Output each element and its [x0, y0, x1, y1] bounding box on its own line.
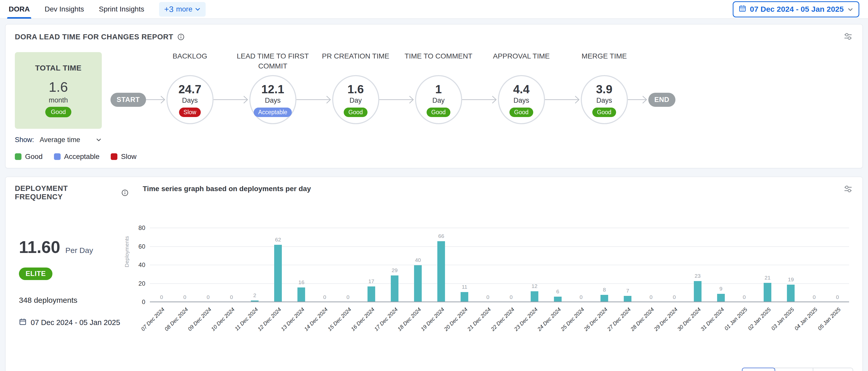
- bar-value-label: 29: [392, 267, 397, 273]
- x-axis-label: 24 Dec 2024: [536, 306, 562, 332]
- bar-value-label: 9: [719, 286, 722, 292]
- tab-sprint-insights[interactable]: Sprint Insights: [99, 0, 144, 19]
- bar-value-label: 11: [462, 284, 467, 290]
- section-title: DEPLOYMENT FREQUENCY: [15, 184, 117, 201]
- bar-column: 931 Dec 2024: [709, 228, 733, 302]
- more-count: +3: [164, 5, 174, 14]
- x-axis-label: 17 Dec 2024: [373, 306, 399, 332]
- filter-sliders-icon[interactable]: [843, 184, 853, 195]
- x-axis-label: 09 Dec 2024: [187, 306, 213, 332]
- bar-column: 1903 Jan 2025: [779, 228, 803, 302]
- calendar-icon: [739, 5, 746, 14]
- legend-label: Good: [25, 153, 43, 161]
- flow-node-backlog: BACKLOG 24.7 Days Slow: [166, 75, 214, 124]
- bar-value-label: 0: [813, 294, 816, 300]
- flow-node-value: 4.4: [513, 82, 530, 96]
- bar-value-label: 0: [836, 294, 839, 300]
- bar-column: 022 Dec 2024: [499, 228, 523, 302]
- bar-value-label: 40: [415, 257, 421, 263]
- bar: [368, 286, 375, 302]
- tab-dora[interactable]: DORA: [9, 0, 30, 19]
- y-tick-label: 20: [138, 280, 145, 287]
- x-axis-label: 14 Dec 2024: [303, 306, 329, 332]
- x-axis-label: 01 Jan 2025: [723, 306, 749, 332]
- status-badge: Good: [592, 108, 616, 117]
- flow-node-circle: 4.4 Days Good: [498, 75, 545, 124]
- flow-node-label: TIME TO COMMENT: [400, 51, 477, 71]
- bar-value-label: 0: [650, 294, 653, 300]
- bar-value-label: 8: [603, 287, 606, 293]
- more-label: more: [176, 5, 192, 13]
- flow-arrow: [214, 94, 249, 106]
- bar-column: 1120 Dec 2024: [453, 228, 476, 302]
- flow-node-label: APPROVAL TIME: [483, 51, 560, 71]
- deployment-count: 348 deployments: [19, 296, 128, 305]
- y-tick-label: 0: [142, 298, 145, 306]
- bar: [298, 288, 305, 302]
- granularity-month[interactable]: Month: [813, 368, 852, 371]
- bar: [717, 294, 725, 302]
- bar-value-label: 66: [438, 233, 444, 239]
- x-axis-label: 26 Dec 2024: [583, 306, 609, 332]
- x-axis-label: 12 Dec 2024: [256, 306, 282, 332]
- x-axis-label: 08 Dec 2024: [163, 306, 189, 332]
- date-range-picker[interactable]: 07 Dec 2024 - 05 Jan 2025: [733, 1, 859, 18]
- legend-item-slow: Slow: [111, 153, 136, 161]
- deployment-chart: Deployments 020406080007 Dec 2024008 Dec…: [128, 210, 853, 302]
- flow-node-value: 3.9: [596, 82, 613, 96]
- y-tick-label: 60: [138, 243, 145, 250]
- x-axis-label: 04 Jan 2025: [793, 306, 819, 332]
- x-axis-label: 15 Dec 2024: [326, 306, 352, 332]
- granularity-day[interactable]: Day: [742, 368, 775, 371]
- deployment-body: 11.60 Per Day ELITE 348 deployments 07 D…: [15, 208, 853, 327]
- flow-node-circle: 12.1 Days Acceptable: [249, 75, 297, 124]
- bar-column: 1613 Dec 2024: [290, 228, 313, 302]
- bar-value-label: 19: [788, 276, 794, 282]
- bar-column: 007 Dec 2024: [150, 228, 173, 302]
- bar-column: 029 Dec 2024: [663, 228, 686, 302]
- info-icon[interactable]: [178, 33, 184, 40]
- bar-value-label: 16: [299, 279, 304, 285]
- bar-column: 009 Dec 2024: [196, 228, 220, 302]
- bar-column: 004 Jan 2025: [803, 228, 826, 302]
- flow-node-unit: Day: [432, 97, 444, 104]
- bar-column: 008 Dec 2024: [173, 228, 196, 302]
- bar-column: 021 Dec 2024: [476, 228, 499, 302]
- flow-node-merge-time: MERGE TIME 3.9 Days Good: [581, 75, 628, 124]
- bar-value-label: 12: [531, 283, 537, 289]
- legend-swatch: [54, 153, 61, 160]
- chart-heading: Time series graph based on deployments p…: [143, 185, 311, 193]
- x-axis-label: 25 Dec 2024: [560, 306, 585, 332]
- flow-node-label: PR CREATION TIME: [317, 51, 394, 71]
- deployment-rate-value: 11.60: [19, 237, 60, 257]
- bar-value-label: 0: [323, 294, 326, 300]
- flow-arrow: [462, 94, 498, 106]
- x-axis-label: 20 Dec 2024: [443, 306, 469, 332]
- bar-column: 2102 Jan 2025: [756, 228, 779, 302]
- bar-column: 005 Jan 2025: [826, 228, 849, 302]
- x-axis-label: 16 Dec 2024: [350, 306, 376, 332]
- total-time-unit: month: [49, 96, 68, 104]
- flow-node-label: MERGE TIME: [566, 51, 643, 71]
- filter-sliders-icon[interactable]: [843, 32, 853, 42]
- bar-value-label: 21: [765, 275, 771, 281]
- stats-date-range-text: 07 Dec 2024 - 05 Jan 2025: [31, 318, 120, 327]
- bar-column: 015 Dec 2024: [336, 228, 360, 302]
- show-dropdown-value: Average time: [40, 136, 80, 144]
- x-axis-label: 19 Dec 2024: [420, 306, 445, 332]
- show-dropdown[interactable]: Average time: [40, 136, 102, 144]
- bar-column: 211 Dec 2024: [243, 228, 267, 302]
- bar-column: 4018 Dec 2024: [406, 228, 430, 302]
- bar-value-label: 6: [556, 289, 559, 295]
- bar-column: 826 Dec 2024: [593, 228, 616, 302]
- info-icon[interactable]: [122, 189, 128, 196]
- bar-column: 727 Dec 2024: [616, 228, 639, 302]
- bar: [764, 283, 771, 302]
- lead-time-card-header: DORA LEAD TIME FOR CHANGES REPORT: [15, 32, 853, 42]
- more-tabs-button[interactable]: +3 more: [159, 2, 206, 16]
- tab-dev-insights[interactable]: Dev Insights: [44, 0, 84, 19]
- x-axis-label: 31 Dec 2024: [700, 306, 725, 332]
- granularity-week[interactable]: Week: [775, 368, 813, 371]
- legend-label: Acceptable: [64, 153, 100, 161]
- flow-node-unit: Days: [265, 97, 281, 104]
